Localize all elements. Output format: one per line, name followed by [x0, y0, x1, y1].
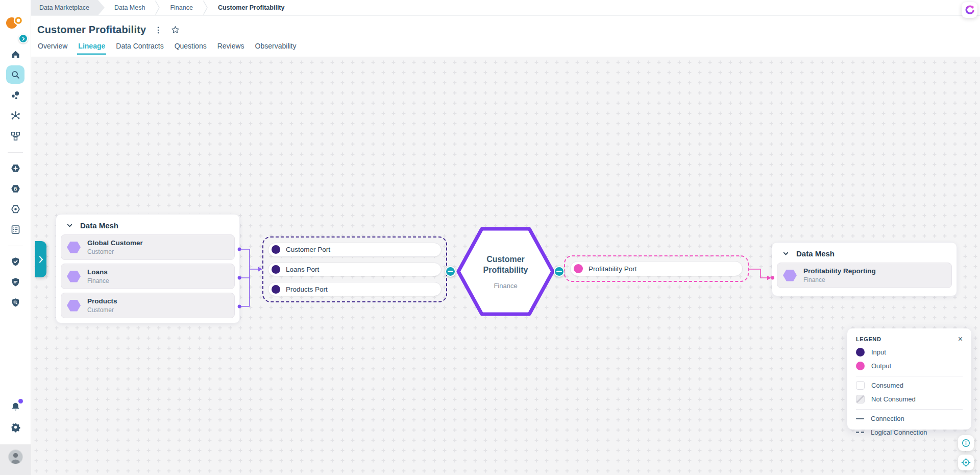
hexagon-add-icon — [10, 163, 21, 174]
notifications-button[interactable] — [6, 397, 24, 416]
fit-view-button[interactable] — [958, 455, 974, 470]
chevron-down-icon — [782, 250, 790, 257]
entity-loans[interactable]: Loans Finance — [61, 264, 235, 289]
tab-observability[interactable]: Observability — [254, 41, 298, 55]
entity-name: Profitability Reporting — [803, 267, 876, 276]
collapse-group-button[interactable] — [66, 222, 74, 229]
legend-label-output: Output — [871, 362, 891, 370]
chevron-down-icon — [66, 222, 74, 229]
sidebar-item-lineage[interactable] — [6, 106, 24, 125]
port-label: Profitability Port — [589, 265, 637, 273]
port-profitability[interactable]: Profitability Port — [570, 261, 743, 276]
shield-check-icon — [10, 256, 21, 267]
sidebar-bottom — [0, 397, 31, 475]
hierarchy-icon — [10, 131, 21, 141]
sidebar-item-search[interactable] — [6, 65, 24, 84]
more-options-button[interactable] — [154, 26, 163, 35]
sidebar-expand-badge[interactable] — [18, 34, 28, 43]
legend-label-input: Input — [871, 348, 886, 356]
tab-lineage[interactable]: Lineage — [77, 41, 106, 55]
sidebar-item-home[interactable] — [6, 45, 24, 63]
sidebar-item-hierarchy[interactable] — [6, 127, 24, 145]
left-group-panel: Data Mesh Global Customer Customer Loans… — [56, 214, 240, 323]
crosshair-target-icon — [961, 458, 971, 467]
collapse-group-button[interactable] — [782, 250, 790, 257]
favorite-button[interactable] — [170, 25, 180, 35]
shield-audit-icon — [10, 297, 21, 308]
home-icon — [10, 49, 21, 60]
legend-divider — [856, 409, 963, 410]
breadcrumb-separator-icon — [203, 0, 208, 15]
legend-panel: LEGEND × Input Output Consumed — [847, 328, 971, 430]
left-drawer-expander[interactable] — [35, 241, 46, 277]
breadcrumb-separator-icon — [155, 0, 160, 15]
entity-products[interactable]: Products Customer — [61, 293, 235, 318]
sidebar-item-data-products[interactable] — [6, 86, 24, 104]
sidebar-item-governance-audit[interactable] — [6, 293, 24, 312]
output-ports-group: Profitability Port — [564, 255, 749, 282]
ai-assistant-button[interactable] — [962, 2, 977, 18]
lineage-canvas[interactable]: Data Mesh Global Customer Customer Loans… — [31, 57, 980, 475]
node-title-line2: Profitability — [483, 265, 528, 275]
legend-label-not-consumed: Not Consumed — [871, 395, 916, 403]
user-avatar[interactable] — [9, 450, 22, 464]
sidebar-divider — [8, 246, 23, 246]
entity-profitability-reporting[interactable]: Profitability Reporting Finance — [777, 263, 952, 288]
sidebar-item-catalog[interactable] — [6, 220, 24, 239]
chevron-right-icon — [21, 37, 26, 41]
node-title-line1: Customer — [483, 254, 528, 265]
hexagon-b-icon: B — [10, 183, 21, 194]
group-title: Data Mesh — [80, 221, 118, 230]
sidebar-item-create-data-product[interactable] — [6, 159, 24, 177]
collapse-input-ports-button[interactable] — [445, 266, 456, 277]
tab-reviews[interactable]: Reviews — [216, 41, 246, 55]
settings-button[interactable] — [6, 418, 24, 436]
tab-questions[interactable]: Questions — [174, 41, 208, 55]
sidebar-footer — [0, 444, 31, 475]
port-customer[interactable]: Customer Port — [268, 243, 442, 257]
data-product-hexagon-icon — [783, 270, 797, 281]
entity-domain: Customer — [87, 306, 117, 314]
group-title: Data Mesh — [796, 249, 835, 258]
breadcrumb-data-mesh[interactable]: Data Mesh — [105, 0, 155, 15]
tab-overview[interactable]: Overview — [37, 41, 68, 55]
data-products-icon — [10, 90, 21, 101]
sidebar-item-governance-policies[interactable] — [6, 273, 24, 291]
legend-output-swatch — [856, 362, 865, 370]
breadcrumb-finance[interactable]: Finance — [160, 0, 202, 15]
entity-global-customer[interactable]: Global Customer Customer — [61, 234, 235, 260]
port-loans[interactable]: Loans Port — [268, 263, 442, 277]
search-icon — [10, 69, 21, 80]
legend-connection-swatch — [856, 418, 864, 419]
tab-data-contracts[interactable]: Data Contracts — [115, 41, 164, 55]
canvas-info-button[interactable] — [958, 435, 974, 451]
legend-input-swatch — [856, 348, 865, 357]
minus-icon — [448, 271, 453, 272]
entity-domain: Finance — [803, 276, 876, 283]
port-label: Loans Port — [286, 266, 319, 273]
input-ports-group: Customer Port Loans Port Products Port — [262, 236, 447, 302]
sidebar-item-governance-check[interactable] — [6, 252, 24, 271]
legend-not-consumed-swatch — [856, 395, 865, 403]
sidebar-item-platform-settings[interactable] — [6, 200, 24, 218]
entity-domain: Finance — [87, 277, 109, 284]
settings-gear-icon — [10, 422, 21, 433]
page-title: Customer Profitability — [37, 24, 146, 36]
legend-close-icon[interactable]: × — [958, 335, 963, 343]
port-products[interactable]: Products Port — [268, 282, 442, 296]
minus-icon — [556, 271, 562, 272]
collapse-output-ports-button[interactable] — [554, 266, 565, 277]
main-area: Data Marketplace Data Mesh Finance Custo… — [31, 0, 980, 475]
data-product-node-customer-profitability[interactable]: Customer Profitability Finance — [456, 226, 555, 317]
breadcrumb-data-marketplace[interactable]: Data Marketplace — [31, 0, 105, 15]
catalog-form-icon — [10, 224, 21, 235]
legend-label-consumed: Consumed — [871, 382, 903, 389]
sidebar-item-build[interactable]: B — [6, 179, 24, 198]
page-header: Customer Profitability Overview Lineage … — [31, 16, 980, 57]
entity-name: Loans — [87, 268, 109, 277]
data-product-hexagon-icon — [67, 300, 81, 312]
app-root: B — [0, 0, 980, 475]
app-logo[interactable] — [5, 13, 26, 31]
legend-label-connection: Connection — [871, 415, 904, 422]
data-product-hexagon-icon — [67, 271, 81, 282]
